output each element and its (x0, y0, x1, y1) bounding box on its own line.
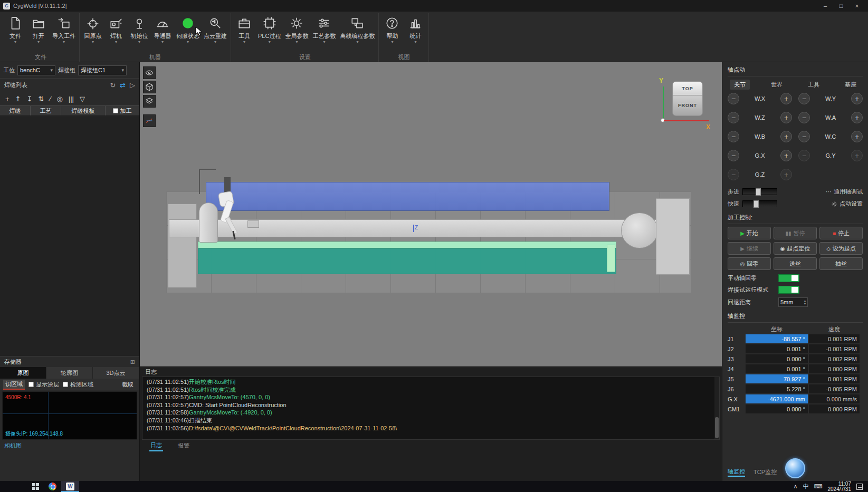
seam-table-body[interactable] (0, 116, 139, 356)
jog-plus-button[interactable]: + (780, 169, 792, 180)
point-cloud-rebuild-button[interactable]: 点云重建 ▾ (202, 13, 229, 44)
slider-knob[interactable] (753, 200, 759, 208)
browser-taskbar-icon[interactable] (44, 481, 61, 492)
columns-icon[interactable]: ||| (69, 95, 74, 103)
cube-view-icon[interactable] (143, 81, 156, 93)
jog-minus-button[interactable]: − (798, 131, 810, 142)
jog-plus-button[interactable]: + (780, 93, 792, 104)
taskbar-clock[interactable]: 11:07 2024/7/31 (828, 481, 852, 492)
capture-button[interactable]: 截取 (119, 380, 136, 389)
feed-wire-button[interactable]: 送丝 (774, 257, 817, 270)
tab-world[interactable]: 世界 (767, 80, 787, 90)
station-select[interactable]: benchC ▾ (17, 65, 55, 75)
translation-home-toggle[interactable] (778, 274, 799, 282)
jog-plus-button[interactable]: + (851, 112, 863, 123)
ime-indicator[interactable]: 中 (803, 483, 809, 490)
conductor-button[interactable]: 导通器 ▾ (151, 13, 174, 44)
jog-minus-button[interactable]: − (728, 150, 739, 161)
process-params-button[interactable]: 工艺参数 ▾ (310, 13, 338, 44)
spin-down-icon[interactable]: ▾ (804, 302, 806, 305)
add-seam-icon[interactable]: + (5, 95, 9, 103)
retreat-distance-spinner[interactable]: 5mm ▴▾ (778, 297, 808, 307)
slider-knob[interactable] (756, 188, 761, 196)
jog-settings-link[interactable]: 点动设置 (831, 200, 863, 208)
axis-debug-link[interactable]: ⋯ 通用轴调试 (826, 188, 863, 196)
scan-path-icon[interactable] (143, 114, 156, 127)
run-seam-icon[interactable]: ▷ (130, 81, 135, 89)
tab-base[interactable]: 基座 (841, 80, 861, 90)
step-slider[interactable] (742, 188, 777, 195)
welder-button[interactable]: 焊机 ▾ (104, 13, 128, 44)
move-bottom-icon[interactable]: ↧ (27, 95, 33, 103)
tab-tcp-monitor[interactable]: TCP监控 (753, 468, 777, 476)
servo-status-button[interactable]: 伺服状态 ▾ (174, 13, 202, 44)
set-start-button[interactable]: ◇设为起点 (819, 242, 863, 255)
refresh-icon[interactable]: ↻ (110, 81, 116, 89)
jog-minus-button[interactable]: − (798, 150, 810, 161)
tab-3d-pointcloud[interactable]: 3D点云 (93, 367, 139, 379)
tab-raw-image[interactable]: 原图 (0, 367, 46, 379)
jog-plus-button[interactable]: + (851, 131, 863, 142)
help-button[interactable]: 帮助 ▾ (380, 13, 404, 44)
offline-programming-params-button[interactable]: 离线编程参数 ▾ (338, 13, 377, 44)
minimize-button[interactable]: – (817, 0, 833, 12)
keyboard-icon[interactable]: ⌨ (814, 483, 823, 490)
pause-button[interactable]: ▮▮暂停 (774, 227, 817, 239)
resume-button[interactable]: ▶继续 (728, 242, 771, 255)
import-part-button[interactable]: 导入工件 ▾ (50, 13, 78, 44)
maximize-button[interactable]: □ (833, 0, 849, 12)
tab-contour-image[interactable]: 轮廓图 (46, 367, 93, 379)
statistics-button[interactable]: 统计 ▾ (404, 13, 427, 44)
draw-wire-button[interactable]: 抽丝 (819, 257, 863, 270)
jog-minus-button[interactable]: − (728, 93, 739, 104)
view-mode-icon[interactable] (143, 66, 156, 79)
swap-icon[interactable]: ⇄ (120, 81, 126, 89)
jog-minus-button[interactable]: − (728, 131, 739, 142)
detect-region-checkbox[interactable]: 检测区域 (63, 381, 93, 389)
dry-run-toggle[interactable] (778, 286, 799, 294)
global-params-button[interactable]: 全局参数 ▾ (283, 13, 310, 44)
edit-seam-icon[interactable]: ∕ (50, 95, 51, 103)
jog-minus-button[interactable]: − (728, 112, 739, 123)
sort-icon[interactable]: ⇅ (38, 95, 44, 103)
log-content[interactable]: (07/31 11:02:51)开始校准Rtos时间 (07/31 11:02:… (142, 377, 720, 440)
jog-sphere-control[interactable] (785, 458, 805, 478)
open-button[interactable]: 打开 ▾ (27, 13, 50, 44)
close-button[interactable]: × (849, 0, 865, 12)
show-hidden-icons-button[interactable]: ∧ (794, 483, 798, 490)
initial-position-button[interactable]: 初始位 ▾ (128, 13, 151, 44)
home-button[interactable]: ◎回零 (728, 257, 771, 270)
view-cube[interactable]: Y X TOP FRONT (660, 73, 714, 132)
3d-viewport[interactable]: Z Y X TOP FRONT (140, 62, 722, 366)
show-coating-checkbox[interactable]: 显示涂层 (28, 381, 59, 389)
jog-plus-button[interactable]: + (851, 93, 863, 104)
fast-slider[interactable] (742, 200, 777, 207)
layers-icon[interactable] (143, 95, 156, 108)
target-icon[interactable]: ◎ (56, 95, 62, 103)
jog-plus-button[interactable]: + (851, 150, 863, 161)
tools-button[interactable]: 工具 ▾ (233, 13, 256, 44)
start-button[interactable] (27, 481, 44, 492)
action-center-icon[interactable] (856, 484, 863, 490)
move-top-icon[interactable]: ↥ (15, 95, 21, 103)
filter-icon[interactable]: ▽ (80, 95, 85, 103)
jog-minus-button[interactable]: − (798, 112, 810, 123)
home-origin-button[interactable]: 回原点 ▾ (81, 13, 104, 44)
tab-log[interactable]: 日志 (149, 440, 163, 451)
locate-start-button[interactable]: ◉起点定位 (774, 242, 817, 255)
plc-process-button[interactable]: PLC过程 ▾ (256, 13, 283, 44)
stop-button[interactable]: ■停止 (819, 227, 863, 239)
jog-minus-button[interactable]: − (728, 169, 739, 180)
jog-minus-button[interactable]: − (798, 93, 810, 104)
file-button[interactable]: 文件 ▾ (4, 13, 27, 44)
tab-alarm[interactable]: 报警 (177, 441, 190, 451)
expand-icon[interactable]: ⊞ (130, 359, 135, 365)
cygweld-taskbar-icon[interactable]: W (61, 481, 79, 492)
machining-checkbox[interactable] (113, 108, 118, 113)
cube-front-face[interactable]: FRONT (672, 95, 703, 116)
tab-axis-monitor[interactable]: 轴监控 (728, 468, 745, 477)
weld-group-select[interactable]: 焊接组C1 ▾ (78, 65, 127, 75)
tab-tool[interactable]: 工具 (804, 80, 824, 90)
orientation-cube[interactable]: TOP FRONT (672, 81, 703, 116)
jog-plus-button[interactable]: + (780, 150, 792, 161)
